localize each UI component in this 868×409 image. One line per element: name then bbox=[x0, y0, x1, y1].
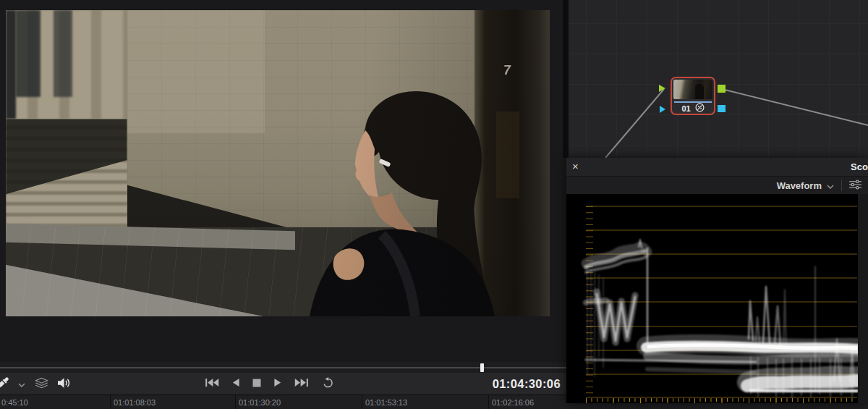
scope-right-margin bbox=[858, 194, 868, 403]
scopes-toolbar: Waveform bbox=[566, 176, 868, 194]
eyedropper-button[interactable] bbox=[0, 377, 9, 390]
panel-divider bbox=[563, 0, 569, 158]
node-rgb-output-port[interactable] bbox=[718, 85, 726, 93]
play-reverse-icon bbox=[231, 378, 240, 389]
playhead-handle[interactable] bbox=[480, 363, 484, 372]
node-accent-line bbox=[674, 101, 712, 103]
scope-mode-select[interactable]: Waveform bbox=[777, 180, 834, 191]
scope-mode-label: Waveform bbox=[777, 180, 822, 191]
node-graph-panel[interactable]: 01 bbox=[564, 0, 868, 158]
close-icon[interactable]: × bbox=[572, 159, 579, 174]
node-key-output-port[interactable] bbox=[718, 105, 726, 112]
loop-button[interactable] bbox=[322, 377, 334, 390]
loop-icon bbox=[322, 377, 334, 390]
play-forward-icon bbox=[273, 378, 282, 389]
play-reverse-button[interactable] bbox=[231, 378, 240, 389]
node-thumbnail bbox=[673, 80, 712, 99]
viewer-scrubber[interactable] bbox=[0, 362, 566, 373]
ruler-label: 01:01:08:03 bbox=[114, 398, 156, 407]
scopes-titlebar[interactable]: × Scopes bbox=[566, 158, 868, 176]
node-key-input-port[interactable] bbox=[660, 106, 665, 113]
davinci-color-page: 7 bbox=[0, 0, 868, 409]
node-number-label: 01 bbox=[681, 104, 690, 113]
viewer-panel: 7 bbox=[0, 0, 566, 395]
skip-to-start-icon bbox=[204, 378, 219, 389]
chevron-down-icon bbox=[827, 180, 834, 191]
stop-button[interactable] bbox=[252, 379, 261, 389]
sliders-icon bbox=[849, 180, 861, 192]
layers-icon bbox=[35, 377, 48, 391]
eyedropper-icon bbox=[0, 377, 9, 390]
waveform-graph bbox=[566, 194, 868, 403]
ruler-label: 01:01:53:13 bbox=[365, 398, 407, 407]
scopes-title: Scopes bbox=[851, 161, 868, 172]
transport-bar: 01:04:30:06 bbox=[0, 373, 566, 395]
audio-mute-button[interactable] bbox=[58, 377, 72, 391]
viewer-image: 7 bbox=[6, 10, 550, 316]
ruler-label: 01:01:30:20 bbox=[239, 398, 281, 407]
node-rgb-input-port[interactable] bbox=[659, 85, 665, 92]
skip-to-end-icon bbox=[294, 378, 310, 389]
wipe-modes-button[interactable] bbox=[35, 377, 48, 391]
scopes-panel: × Scopes Waveform bbox=[566, 158, 868, 403]
node-bypass-icon[interactable] bbox=[695, 102, 705, 115]
ruler-label: 01:02:16:06 bbox=[492, 398, 534, 407]
ruler-label: 0:45:10 bbox=[1, 398, 28, 407]
stop-icon bbox=[252, 379, 261, 389]
waveform-scope: 1023 896 768 640 512 384 256 128 0 bbox=[566, 194, 868, 403]
corrector-node-01[interactable]: 01 bbox=[671, 77, 715, 115]
node-connection-wires bbox=[564, 0, 868, 158]
skip-to-end-button[interactable] bbox=[294, 378, 310, 389]
timecode-display: 01:04:30:06 bbox=[493, 373, 561, 395]
play-forward-button[interactable] bbox=[273, 378, 282, 389]
speaker-icon bbox=[58, 377, 72, 391]
picker-options-button[interactable] bbox=[18, 379, 25, 389]
scope-settings-button[interactable] bbox=[849, 180, 861, 192]
chevron-down-icon bbox=[18, 379, 25, 389]
skip-to-start-button[interactable] bbox=[204, 378, 219, 389]
